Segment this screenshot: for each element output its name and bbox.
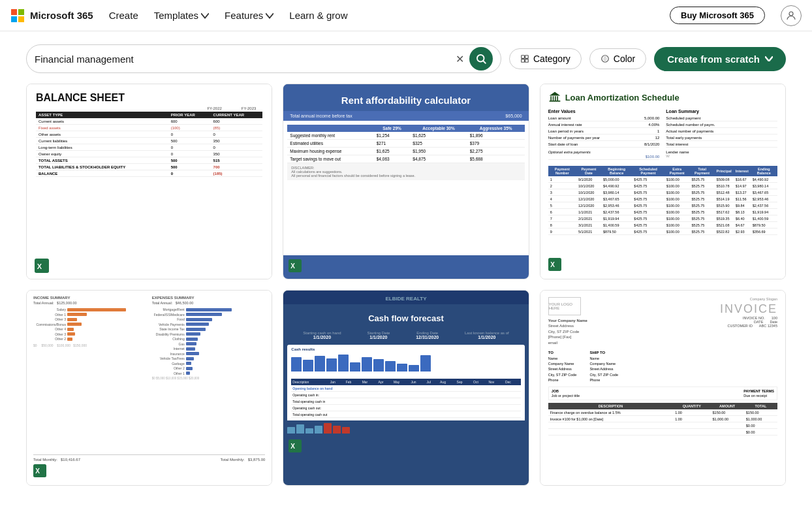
rent-income-row: Total annual income before tax $65,000	[283, 111, 528, 121]
search-bar: ✕	[26, 44, 501, 73]
category-filter-button[interactable]: Category	[509, 48, 582, 69]
navbar: Microsoft 365 Create Templates Features …	[0, 0, 812, 31]
buy-button[interactable]: Buy Microsoft 365	[670, 7, 765, 24]
nav-features[interactable]: Features	[225, 10, 273, 21]
rent-disclaimer: DISCLAIMER: All calculations are suggest…	[287, 163, 524, 180]
svg-rect-10	[525, 59, 529, 63]
excel-icon: X	[548, 258, 561, 271]
svg-rect-2	[11, 16, 17, 22]
svg-rect-16	[549, 101, 560, 102]
brand-logo[interactable]: Microsoft 365	[10, 8, 93, 23]
cash-flow-stats: Starting cash on hand1/1/2020 Starting D…	[283, 328, 528, 342]
svg-rect-9	[522, 59, 525, 63]
user-icon	[785, 10, 797, 22]
chevron-down-icon	[201, 12, 209, 20]
search-section: ✕ Category Color Create from scratch	[0, 31, 812, 84]
svg-rect-17	[550, 96, 552, 101]
chevron-down-icon	[266, 12, 273, 20]
balance-sheet-table: ASSET TYPE PRIOR YEAR CURRENT YEAR Curre…	[36, 112, 262, 177]
income-footer: Total Monthly: $10,416.67 Total Monthly:…	[33, 454, 265, 462]
invoice-to-ship: TO NameCompany NameStreet AddressCity, S…	[548, 351, 777, 383]
color-filter-button[interactable]: Color	[589, 48, 646, 69]
svg-rect-0	[11, 9, 17, 15]
nav-templates[interactable]: Templates	[154, 10, 209, 21]
svg-rect-7	[522, 55, 525, 59]
invoice-details: INVOICE NO.100 DATEDate CUSTOMER IDABC 1…	[720, 316, 777, 328]
nav-learn-grow[interactable]: Learn & grow	[289, 10, 347, 21]
user-avatar[interactable]	[781, 5, 802, 26]
excel-icon: X	[289, 259, 302, 272]
svg-marker-21	[549, 92, 560, 96]
rent-calc-title: Rent affordability calculator	[283, 84, 528, 111]
loan-table: Payment Number Payment Date Beginning Ba…	[548, 166, 777, 235]
svg-rect-19	[555, 96, 556, 101]
template-card-cash-flow[interactable]: ELBIDE REALTY Cash flow forecast Startin…	[283, 290, 529, 486]
invoice-company: Your Company Name Street Address City, S…	[548, 318, 587, 345]
invoice-job-row: JOBJob or project title PAYMENT TERMSDue…	[548, 387, 777, 400]
template-grid: BALANCE SHEET FY-2022FY-2023 ASSET TYPE …	[0, 84, 812, 501]
svg-text:X: X	[35, 467, 40, 475]
color-label: Color	[614, 54, 635, 64]
excel-icon: X	[289, 439, 302, 452]
invoice-table: DESCRIPTION QUANTITY AMOUNT TOTAL Financ…	[548, 403, 777, 435]
svg-rect-18	[552, 96, 554, 101]
clear-search-button[interactable]: ✕	[456, 53, 464, 65]
template-card-invoice[interactable]: YOUR LOGO HERE Your Company Name Street …	[540, 290, 786, 486]
color-icon	[601, 54, 610, 63]
search-submit-button[interactable]	[469, 47, 493, 71]
svg-point-4	[789, 12, 793, 16]
category-label: Category	[533, 54, 570, 64]
svg-rect-1	[18, 9, 24, 15]
svg-text:X: X	[550, 261, 555, 268]
create-from-scratch-button[interactable]: Create from scratch	[654, 47, 786, 71]
chevron-down-icon	[765, 56, 773, 61]
search-input[interactable]	[35, 54, 456, 65]
invoice-logo-box: YOUR LOGO HERE	[548, 297, 581, 315]
svg-text:X: X	[37, 262, 42, 270]
template-card-rent-calc[interactable]: Rent affordability calculator Total annu…	[283, 84, 529, 279]
svg-rect-20	[557, 96, 558, 101]
cash-flow-table: Description Jan Feb Mar Apr May Jun Jul …	[291, 379, 520, 418]
svg-line-6	[483, 61, 485, 63]
cash-flow-company: ELBIDE REALTY	[283, 291, 528, 304]
svg-text:X: X	[291, 262, 296, 270]
balance-sheet-title: BALANCE SHEET	[36, 92, 262, 104]
template-card-balance-sheet[interactable]: BALANCE SHEET FY-2022FY-2023 ASSET TYPE …	[26, 84, 272, 279]
expense-title: EXPENSES SUMMARY	[152, 296, 266, 300]
brand-name: Microsoft 365	[30, 10, 93, 21]
excel-icon: X	[35, 259, 49, 273]
svg-text:X: X	[291, 443, 296, 450]
balance-sheet-fy: FY-2022FY-2023	[36, 106, 262, 110]
rent-table: Safe 29% Acceptable 30% Aggressive 35% S…	[287, 125, 524, 163]
loan-amort-title: Loan Amortization Schedule	[548, 91, 777, 104]
svg-rect-3	[18, 16, 24, 22]
template-card-loan-amort[interactable]: Loan Amortization Schedule Enter Values …	[540, 84, 786, 279]
excel-icon: X	[33, 464, 46, 477]
income-title: INCOME SUMMARY	[33, 296, 147, 300]
invoice-title: INVOICE	[720, 302, 777, 316]
search-icon	[475, 53, 487, 65]
bank-icon	[548, 91, 561, 104]
category-icon	[520, 54, 529, 63]
nav-create[interactable]: Create	[109, 10, 138, 21]
cash-flow-title: Cash flow forecast	[283, 304, 528, 328]
svg-rect-8	[525, 55, 529, 59]
microsoft-logo-icon	[10, 8, 25, 23]
template-card-income-expense[interactable]: INCOME SUMMARY Total Annual: $125,000.00…	[26, 290, 272, 486]
